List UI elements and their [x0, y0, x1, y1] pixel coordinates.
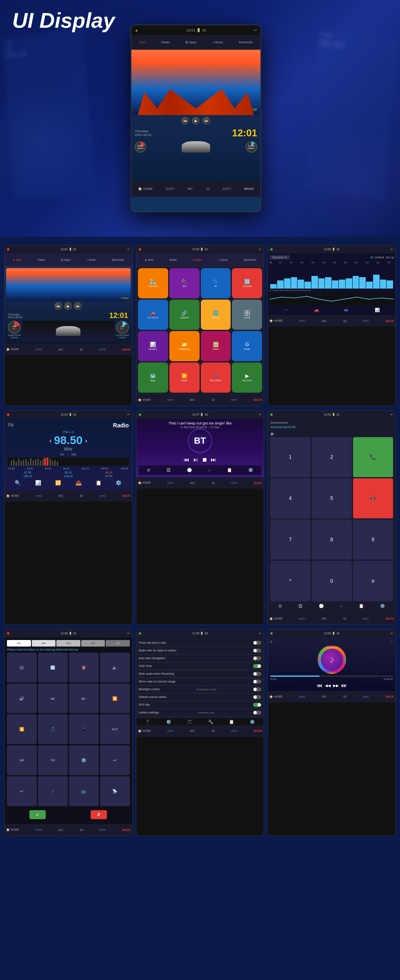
- sc6-tab-settings[interactable]: ⚙️: [380, 604, 385, 608]
- sc8-tab-settings[interactable]: ⚙️: [166, 720, 171, 724]
- toggle-3[interactable]: [253, 656, 261, 660]
- sc8-tab-phone[interactable]: 📱: [145, 720, 150, 724]
- sc4-ctrl-settings[interactable]: ⚙️: [116, 480, 122, 486]
- app-moxfay[interactable]: ▶️moxfay: [169, 362, 200, 393]
- dial-call[interactable]: 📞: [353, 437, 393, 477]
- sc2-nav-radio[interactable]: Radio: [169, 258, 177, 261]
- sc7-btn-volup[interactable]: 🔊: [7, 684, 37, 713]
- sc8-back[interactable]: BACK: [254, 729, 262, 732]
- sc5-play[interactable]: ⏯: [193, 456, 198, 463]
- sc4-prev-btn[interactable]: ‹: [49, 437, 51, 444]
- sc3-skip-icon[interactable]: ⏭: [344, 308, 349, 312]
- dial-end[interactable]: 📵: [353, 478, 393, 518]
- sc9-rewind[interactable]: ◂◂: [325, 682, 331, 689]
- sc2-back[interactable]: BACK: [254, 398, 262, 401]
- sc1-nav-bt[interactable]: Bluetooth: [112, 258, 124, 261]
- toggle-4[interactable]: [253, 664, 261, 668]
- sc7-preset-255-3[interactable]: 255: [56, 640, 80, 647]
- sc3-back[interactable]: BACK: [386, 320, 394, 322]
- sc5-tab-music[interactable]: ♪: [209, 468, 211, 472]
- sc6-home[interactable]: 🏠 HOME: [269, 617, 282, 620]
- app-bt[interactable]: 🔵BT: [201, 268, 231, 298]
- sc1-nav-music[interactable]: ♪ Music: [87, 258, 96, 261]
- sc3-car-icon[interactable]: 🚗: [314, 308, 319, 312]
- dial-0[interactable]: 0: [312, 561, 352, 601]
- app-aux[interactable]: 🔌AUX: [169, 268, 200, 298]
- app-playstore[interactable]: ▶Play Store: [232, 362, 262, 393]
- toggle-1[interactable]: [253, 641, 261, 645]
- sc4-preset-1[interactable]: 87.50: [8, 471, 48, 474]
- sc3-wave-icon[interactable]: 〰: [284, 308, 288, 312]
- toggle-6[interactable]: [253, 680, 261, 684]
- sc1-nav-navi[interactable]: ▲ Navi: [12, 258, 22, 261]
- sc7-btn-power[interactable]: ⏻: [7, 653, 37, 682]
- app-gallery[interactable]: 🖼️Gallery: [201, 331, 231, 361]
- sc9-prev[interactable]: ⏮: [317, 682, 322, 689]
- sc9-home[interactable]: 🏠 HOME: [269, 695, 282, 698]
- eq-bar-18[interactable]: [387, 280, 393, 289]
- app-maps[interactable]: 🗺️Maps: [138, 362, 168, 393]
- dial-5[interactable]: 5: [312, 478, 352, 518]
- app-equalizer[interactable]: 📊Equalizer: [138, 331, 168, 361]
- sc7-btn-phone[interactable]: 📱: [69, 714, 99, 744]
- sc2-nav-navi[interactable]: ▲ Navi: [144, 258, 153, 261]
- toggle-2[interactable]: [253, 649, 261, 653]
- eq-bar-5[interactable]: [298, 280, 304, 289]
- eq-bar-2[interactable]: [277, 280, 284, 289]
- app-appstore[interactable]: 🏪App Store: [138, 268, 168, 298]
- toggle-7[interactable]: [253, 687, 261, 691]
- sc7-btn-am[interactable]: AM: [7, 745, 37, 775]
- app-calculator[interactable]: 🔢Calculator: [232, 268, 262, 298]
- sc3-ac[interactable]: A/C: [322, 320, 327, 322]
- dial-star[interactable]: *: [270, 561, 310, 601]
- sc7-preset-255-4[interactable]: 255: [81, 640, 105, 647]
- sc7-btn-extra2[interactable]: 📺: [69, 776, 99, 806]
- sc4-ctrl-list[interactable]: 📋: [96, 480, 102, 486]
- sc6-back[interactable]: BACK: [386, 617, 394, 620]
- sc1-prev[interactable]: ⏮: [54, 302, 62, 310]
- toggle-5[interactable]: [253, 672, 261, 676]
- sc1-next[interactable]: ⏭: [74, 302, 82, 310]
- bottom-home[interactable]: 🏠 HOME: [138, 187, 153, 191]
- app-google[interactable]: GGoogle: [232, 331, 262, 361]
- sc7-back[interactable]: BACK: [122, 829, 130, 831]
- sc8-tab-list[interactable]: 📋: [229, 720, 234, 724]
- sc7-btn-music[interactable]: 🎵: [38, 714, 68, 744]
- sc2-nav-apps[interactable]: ⊞ Apps: [193, 258, 202, 262]
- app-control[interactable]: 🎛️Control: [232, 300, 262, 330]
- dial-2[interactable]: 2: [312, 437, 352, 477]
- sc7-btn-next[interactable]: ⏭: [69, 684, 99, 713]
- sc1-nav-radio[interactable]: Radio: [38, 258, 45, 261]
- sc2-nav-bt[interactable]: Bluetooth: [244, 258, 256, 261]
- sc7-btn-refresh[interactable]: 🔄: [38, 653, 68, 682]
- sc5-home[interactable]: 🏠 HOME: [138, 481, 151, 484]
- sc7-preset-255-2[interactable]: 255: [32, 640, 56, 647]
- sc2-nav-music[interactable]: ♪ Music: [218, 258, 228, 261]
- sc5-tab-settings[interactable]: ⚙️: [248, 468, 253, 472]
- sc6-tab-list[interactable]: 📋: [359, 604, 364, 608]
- sc7-ac[interactable]: A/C: [58, 829, 63, 831]
- sc5-ac[interactable]: A/C: [190, 482, 195, 484]
- sc3-tab-all[interactable]: All: [370, 256, 373, 259]
- sc7-btn-down[interactable]: ⏬: [100, 684, 130, 713]
- sc9-back[interactable]: BACK: [386, 695, 394, 698]
- sc7-cancel-btn[interactable]: ✗: [91, 810, 107, 819]
- sc7-btn-settings[interactable]: ⚙️: [69, 745, 99, 775]
- bottom-ac[interactable]: A/C: [187, 187, 193, 191]
- dial-7[interactable]: 7: [270, 520, 310, 560]
- sc7-btn-kup[interactable]: ▸K: [7, 776, 37, 806]
- sc1-ac[interactable]: A/C: [58, 348, 63, 351]
- app-musicplayer[interactable]: 🎵Music Player: [201, 362, 231, 393]
- sc5-prev[interactable]: ⏮: [184, 456, 189, 463]
- sc1-nav-apps[interactable]: ⊞ Apps: [61, 258, 71, 262]
- sc6-tab-music[interactable]: ♪: [340, 604, 342, 608]
- sc7-preset-255-1[interactable]: 255: [7, 640, 31, 647]
- sc3-home[interactable]: 🏠 HOME: [269, 319, 282, 322]
- sc4-next-btn[interactable]: ›: [85, 437, 87, 444]
- sc3-tab-default[interactable]: Default: [375, 256, 384, 259]
- sc9-heart-icon[interactable]: ♡: [390, 640, 393, 644]
- bottom-back[interactable]: BACK: [244, 187, 254, 191]
- sc5-tab-img[interactable]: 🖼: [167, 468, 171, 472]
- prev-btn[interactable]: ⏮: [181, 117, 189, 125]
- sc4-ctrl-search[interactable]: 🔍: [15, 480, 21, 486]
